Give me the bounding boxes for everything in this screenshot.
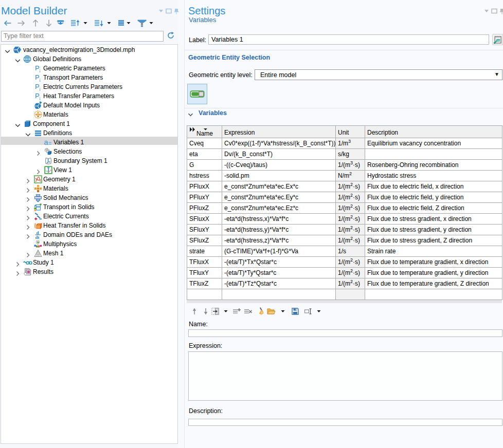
- svg-text:¡: ¡: [39, 77, 41, 82]
- svg-text:a: a: [44, 138, 49, 146]
- svg-text:¡: ¡: [39, 68, 41, 72]
- svg-text:¡: ¡: [39, 86, 41, 91]
- svg-text:dt: dt: [35, 235, 40, 239]
- svg-text:¡: ¡: [39, 96, 41, 100]
